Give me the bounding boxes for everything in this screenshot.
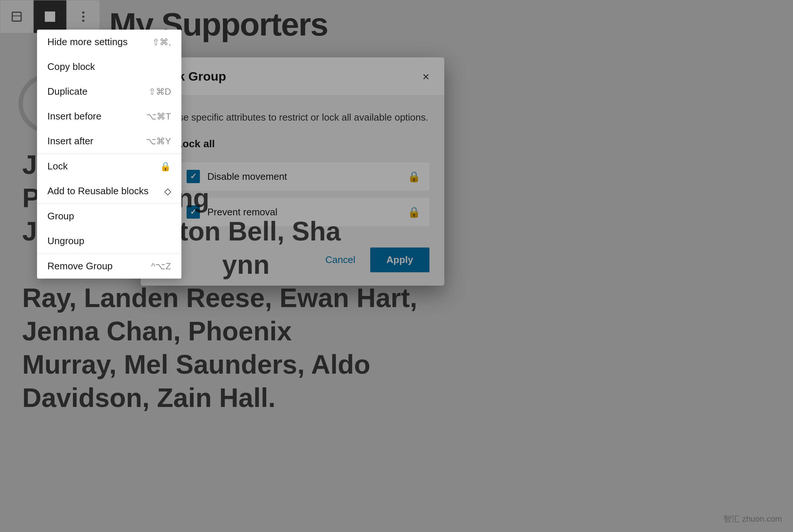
menu-item-group[interactable]: Group xyxy=(37,204,181,229)
menu-item-duplicate[interactable]: Duplicate ⇧⌘D xyxy=(37,79,181,104)
menu-item-lock[interactable]: Lock 🔒 xyxy=(37,154,181,179)
menu-item-ungroup[interactable]: Ungroup xyxy=(37,229,181,253)
menu-item-hide-settings[interactable]: Hide more settings ⇧⌘, xyxy=(37,30,181,54)
reusable-icon: ◇ xyxy=(164,186,171,196)
menu-item-insert-after[interactable]: Insert after ⌥⌘Y xyxy=(37,129,181,154)
context-menu: Hide more settings ⇧⌘, Copy block Duplic… xyxy=(37,30,181,279)
menu-item-copy-block[interactable]: Copy block xyxy=(37,54,181,79)
menu-item-add-reusable[interactable]: Add to Reusable blocks ◇ xyxy=(37,179,181,203)
menu-item-remove-group[interactable]: Remove Group ^⌥Z xyxy=(37,254,181,279)
menu-item-insert-before[interactable]: Insert before ⌥⌘T xyxy=(37,104,181,129)
lock-icon: 🔒 xyxy=(160,161,171,172)
